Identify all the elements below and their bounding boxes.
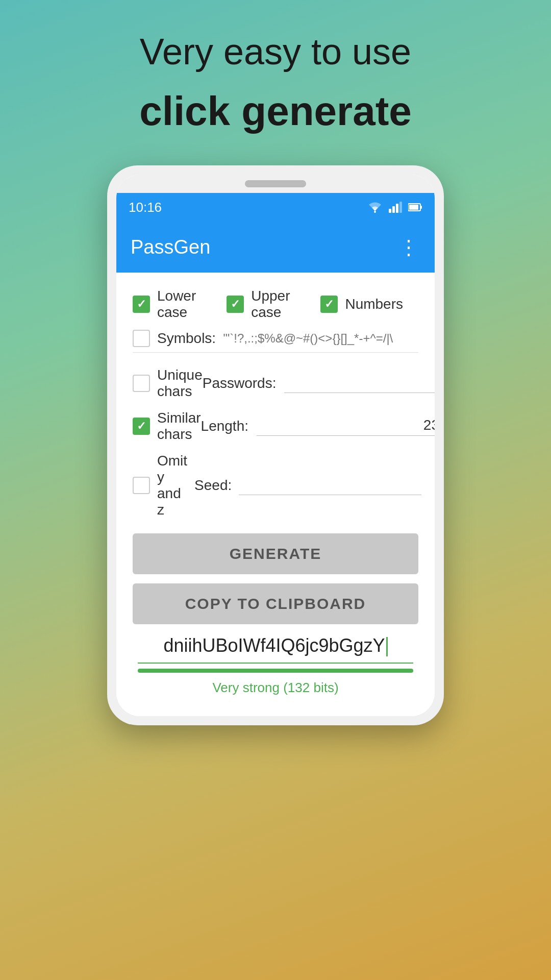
svg-rect-7 [420, 206, 422, 209]
app-bar-title: PassGen [131, 236, 210, 258]
cursor [386, 637, 388, 656]
strength-label: Very strong (132 bits) [138, 680, 413, 696]
upper-case-label: Upper case [251, 288, 305, 321]
notch-pill [245, 180, 306, 187]
page-title: Very easy to use [140, 31, 411, 72]
similar-length-row: Similar chars Length: - + [133, 410, 418, 443]
unique-passwords-row: Unique chars Passwords: - + [133, 367, 418, 400]
upper-case-checkbox[interactable] [227, 296, 244, 313]
symbols-checkbox[interactable] [133, 330, 150, 347]
similar-chars-checkbox[interactable] [133, 418, 150, 435]
page-subtitle: click generate [139, 88, 412, 135]
unique-chars-checkbox[interactable] [133, 375, 150, 392]
notch-bar [116, 175, 435, 193]
length-control: Length: - + [201, 415, 435, 437]
password-section: dniihUBoIWf4IQ6jc9bGgzY Very strong (132… [133, 634, 418, 696]
unique-chars-label: Unique chars [157, 367, 203, 400]
svg-rect-6 [409, 205, 418, 210]
password-text: dniihUBoIWf4IQ6jc9bGgzY [163, 635, 385, 656]
menu-icon[interactable]: ⋮ [398, 235, 420, 259]
status-bar: 10:16 [116, 193, 435, 222]
numbers-item[interactable]: Numbers [320, 296, 403, 313]
seed-input[interactable] [239, 476, 421, 495]
generate-button[interactable]: GENERATE [133, 533, 418, 574]
controls-area: Unique chars Passwords: - + Similar char… [133, 367, 418, 518]
similar-chars-label: Similar chars [157, 410, 201, 443]
svg-rect-1 [389, 209, 391, 213]
lower-case-checkbox[interactable] [133, 296, 150, 313]
svg-rect-3 [396, 204, 398, 213]
battery-icon [408, 203, 422, 212]
length-label: Length: [201, 418, 248, 434]
strength-bar [138, 669, 413, 673]
phone-inner: 10:16 [116, 175, 435, 716]
status-icons [367, 202, 422, 213]
app-bar: PassGen ⋮ [116, 222, 435, 273]
passwords-control: Passwords: - + [203, 372, 435, 395]
omit-seed-row: Omit y and z Seed: [133, 453, 418, 518]
signal-icon [389, 202, 402, 213]
upper-case-item[interactable]: Upper case [227, 288, 305, 321]
phone-shell: 10:16 [107, 165, 444, 725]
status-time: 10:16 [129, 200, 162, 215]
similar-chars-item[interactable]: Similar chars [133, 410, 201, 443]
wifi-icon [367, 202, 383, 213]
seed-label: Seed: [194, 477, 232, 494]
svg-rect-4 [399, 202, 402, 213]
symbols-input[interactable] [223, 331, 418, 346]
symbols-label: Symbols: [157, 330, 216, 347]
svg-point-0 [374, 211, 376, 213]
omit-yz-checkbox[interactable] [133, 477, 150, 494]
svg-rect-2 [392, 206, 395, 213]
lower-case-label: Lower case [157, 288, 211, 321]
omit-yz-item[interactable]: Omit y and z [133, 453, 187, 518]
seed-control: Seed: [194, 476, 421, 495]
checkbox-main-row: Lower case Upper case Numbers [133, 288, 418, 321]
numbers-checkbox[interactable] [320, 296, 338, 313]
unique-chars-item[interactable]: Unique chars [133, 367, 203, 400]
app-content: Lower case Upper case Numbers Symbols: [116, 273, 435, 716]
length-input[interactable] [257, 417, 435, 436]
numbers-label: Numbers [345, 296, 403, 312]
passwords-input[interactable] [284, 374, 435, 393]
omit-yz-label: Omit y and z [157, 453, 187, 518]
symbols-row: Symbols: [133, 330, 418, 353]
copy-button[interactable]: COPY TO CLIPBOARD [133, 583, 418, 624]
password-display: dniihUBoIWf4IQ6jc9bGgzY [138, 634, 413, 664]
lower-case-item[interactable]: Lower case [133, 288, 211, 321]
passwords-label: Passwords: [203, 375, 277, 391]
